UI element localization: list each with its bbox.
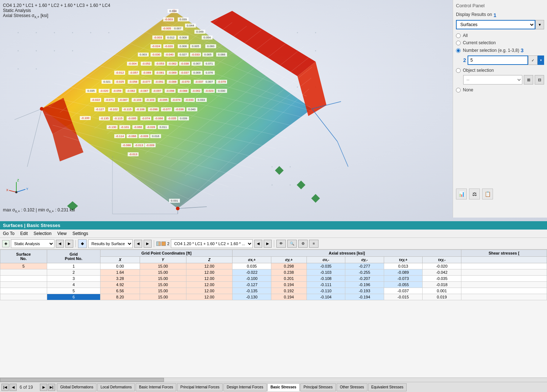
radio-none-label: None bbox=[463, 87, 473, 92]
radio-object[interactable]: Object selection bbox=[456, 68, 544, 73]
data-table: SurfaceNo. GridPoint No. Grid Point Coor… bbox=[0, 249, 547, 300]
svg-line-62 bbox=[178, 207, 207, 209]
results-prev[interactable]: ◀ bbox=[134, 240, 142, 248]
svg-text:-0.022: -0.022 bbox=[92, 98, 100, 102]
svg-point-9 bbox=[72, 50, 73, 51]
control-panel: Control Panel Display Results on 1 Surfa… bbox=[453, 0, 547, 218]
view-btn-4[interactable]: ≡ bbox=[309, 240, 318, 248]
menu-view[interactable]: View bbox=[57, 230, 67, 237]
tab-principal-forces[interactable]: Principal Internal Forces bbox=[177, 383, 223, 391]
object-dropdown[interactable]: -- bbox=[463, 75, 522, 84]
scrollbar-thumb[interactable] bbox=[0, 378, 164, 382]
data-table-wrapper[interactable]: SurfaceNo. GridPoint No. Grid Point Coor… bbox=[0, 249, 547, 377]
radio-none[interactable]: None bbox=[456, 87, 544, 92]
co4-next[interactable]: ▶ bbox=[264, 240, 272, 248]
obj-btn-2[interactable]: ⊟ bbox=[535, 75, 544, 84]
display-number-1: 1 bbox=[493, 12, 496, 18]
svg-text:-0.100: -0.100 bbox=[81, 116, 90, 120]
number-dropdown-btn[interactable]: ▾ bbox=[538, 55, 544, 65]
tab-basic-forces[interactable]: Basic Internal Forces bbox=[136, 383, 176, 391]
svg-text:-0.020: -0.020 bbox=[165, 45, 173, 48]
svg-point-15 bbox=[315, 50, 316, 51]
menu-settings[interactable]: Settings bbox=[73, 230, 88, 237]
3d-viewport[interactable]: CO4 1.20 * LC1 + 1.60 * LC2 + 1.60 * LC3… bbox=[0, 0, 547, 221]
svg-text:-0.013: -0.013 bbox=[129, 153, 137, 156]
view-btn-2[interactable]: 🔍 bbox=[287, 240, 297, 248]
surfaces-dropdown[interactable]: Surfaces bbox=[456, 20, 535, 29]
number-confirm-btn[interactable]: ✓ bbox=[528, 55, 538, 65]
radio-all[interactable]: All bbox=[456, 33, 544, 38]
svg-text:0.039: 0.039 bbox=[180, 18, 187, 21]
svg-text:-0.114: -0.114 bbox=[116, 135, 124, 138]
svg-text:-0.069: -0.069 bbox=[168, 71, 177, 74]
radio-number[interactable]: Number selection (e.g. 1-3,8) 3 bbox=[456, 48, 544, 53]
toolbar-surface-icon[interactable]: ◈ bbox=[2, 240, 9, 247]
view-btn-1[interactable]: 👁 bbox=[276, 240, 286, 248]
sep3 bbox=[274, 240, 274, 247]
analysis-select[interactable]: Static Analysis bbox=[11, 239, 54, 248]
svg-text:0.066: 0.066 bbox=[218, 53, 226, 56]
horizontal-scrollbar[interactable] bbox=[0, 377, 547, 382]
svg-point-1 bbox=[36, 32, 37, 33]
svg-point-71 bbox=[176, 207, 180, 210]
svg-point-10 bbox=[18, 69, 19, 70]
tab-local-deform[interactable]: Local Deformations bbox=[97, 383, 135, 391]
svg-text:-0.087: -0.087 bbox=[119, 98, 128, 102]
svg-text:-0.035: -0.035 bbox=[168, 117, 176, 120]
svg-point-2 bbox=[54, 32, 55, 33]
tab-basic-stresses[interactable]: Basic Stresses bbox=[267, 383, 300, 391]
svg-text:-0.074: -0.074 bbox=[142, 117, 150, 120]
menu-edit[interactable]: Edit bbox=[20, 230, 28, 237]
panel-icon-chart[interactable]: 📊 bbox=[456, 189, 467, 199]
svg-line-272 bbox=[16, 189, 25, 192]
results-icon[interactable]: ◆ bbox=[78, 239, 87, 248]
co4-prev[interactable]: ◀ bbox=[254, 240, 262, 248]
svg-text:-0.040: -0.040 bbox=[165, 53, 174, 56]
menu-goto[interactable]: Go To bbox=[3, 230, 15, 237]
co4-select[interactable]: CO4 1.20 * LC1 + 1.60 * LC2 + 1.60 * ... bbox=[171, 239, 253, 248]
nav-first[interactable]: |◀ bbox=[1, 384, 9, 391]
analysis-next[interactable]: ▶ bbox=[65, 240, 73, 248]
analysis-prev[interactable]: ◀ bbox=[56, 240, 64, 248]
nav-next[interactable]: ▶ bbox=[40, 384, 47, 391]
panel-icon-export[interactable]: 📋 bbox=[482, 189, 493, 199]
obj-btn-1[interactable]: ⊞ bbox=[524, 75, 533, 84]
panel-icon-scale[interactable]: ⚖ bbox=[469, 189, 480, 199]
svg-marker-73 bbox=[275, 166, 284, 175]
th-surface-no: SurfaceNo. bbox=[0, 250, 47, 263]
tab-equivalent-stresses[interactable]: Equivalent Stresses bbox=[368, 383, 407, 391]
th-oy-neg: σy,- bbox=[345, 257, 384, 263]
svg-text:-0.102: -0.102 bbox=[110, 108, 118, 111]
svg-point-3 bbox=[72, 32, 73, 33]
svg-text:-0.127: -0.127 bbox=[96, 108, 104, 111]
radio-current[interactable]: Current selection bbox=[456, 40, 544, 45]
table-body: 510.0015.0012.000.0350.298-0.035-0.2770.… bbox=[0, 263, 547, 300]
svg-text:0.049: 0.049 bbox=[196, 30, 204, 33]
svg-text:0.005: 0.005 bbox=[192, 45, 200, 48]
svg-point-0 bbox=[18, 32, 19, 33]
svg-text:-0.057: -0.057 bbox=[130, 71, 138, 74]
tab-principal-stresses[interactable]: Principal Stresses bbox=[300, 383, 336, 391]
svg-text:-0.135: -0.135 bbox=[100, 117, 109, 120]
view-btn-3[interactable]: ⚙ bbox=[298, 240, 308, 248]
svg-line-274 bbox=[9, 190, 16, 192]
viewport-area: CO4 1.20 * LC1 + 1.60 * LC2 + 1.60 * LC3… bbox=[0, 0, 547, 221]
nav-last[interactable]: ▶| bbox=[48, 384, 55, 391]
tab-global-deform[interactable]: Global Deformations bbox=[57, 383, 96, 391]
svg-point-21 bbox=[290, 166, 291, 168]
nav-prev[interactable]: ◀ bbox=[9, 384, 17, 391]
tab-design-forces[interactable]: Design Internal Forces bbox=[223, 383, 267, 391]
svg-text:0.007: 0.007 bbox=[174, 27, 182, 30]
dropdown-chevron[interactable]: ▾ bbox=[535, 20, 544, 29]
number-input[interactable] bbox=[468, 55, 528, 65]
tab-other-stresses[interactable]: Other Stresses bbox=[337, 383, 367, 391]
svg-text:-0.115: -0.115 bbox=[123, 108, 132, 111]
svg-text:-0.074: -0.074 bbox=[172, 98, 181, 102]
results-next[interactable]: ▶ bbox=[144, 240, 152, 248]
svg-text:-0.003: -0.003 bbox=[165, 18, 173, 21]
svg-point-4 bbox=[90, 32, 91, 33]
results-select[interactable]: Results by Surface bbox=[88, 239, 133, 248]
svg-point-278 bbox=[15, 191, 17, 193]
menu-selection[interactable]: Selection bbox=[34, 230, 52, 237]
table-toolbar: ◈ Static Analysis ◀ ▶ ◆ Results by Surfa… bbox=[0, 238, 547, 249]
